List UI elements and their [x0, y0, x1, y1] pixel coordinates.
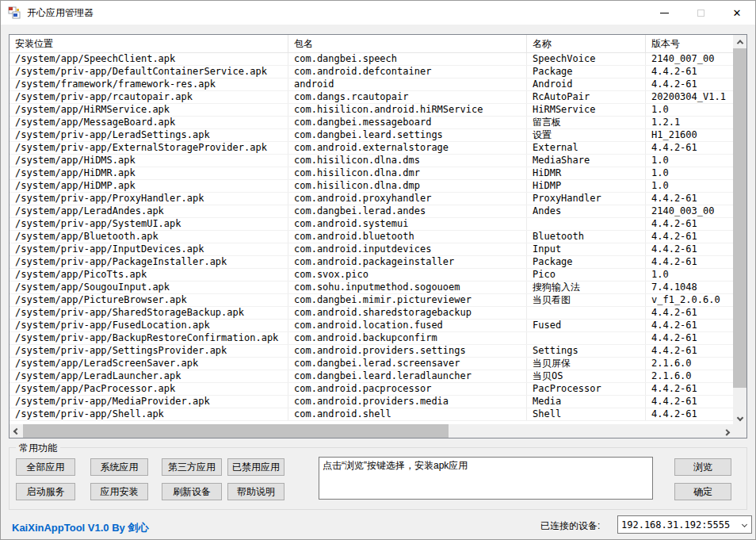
all-apps-button[interactable]: 全部应用 [16, 458, 75, 476]
table-cell: com.android.inputdevices [288, 243, 527, 255]
combobox-dropdown-arrow[interactable] [737, 523, 751, 527]
table-cell: ProxyHandler [527, 193, 646, 205]
table-row[interactable]: /system/app/HiDMP.apkcom.hisilicon.dlna.… [10, 180, 733, 193]
close-button[interactable]: ✕ [719, 1, 755, 25]
apk-path-textbox[interactable]: 点击“浏览”按键选择，安装apk应用 [319, 457, 653, 500]
table-cell: Settings [527, 345, 646, 357]
table-row[interactable]: /system/priv-app/BackupRestoreConfirmati… [10, 332, 733, 345]
table-row[interactable]: /system/priv-app/Shell.apkcom.android.sh… [10, 408, 733, 421]
table-row[interactable]: /system/priv-app/LeradSettings.apkcom.da… [10, 129, 733, 142]
help-button[interactable]: 帮助说明 [227, 483, 284, 500]
table-row[interactable]: /system/app/SougouInput.apkcom.sohu.inpu… [10, 281, 733, 294]
table-cell: 2140_003_00 [646, 205, 733, 217]
scroll-left-button[interactable] [10, 424, 23, 438]
table-row[interactable]: /system/app/SpeechClient.apkcom.dangbei.… [10, 53, 733, 66]
scroll-up-button[interactable] [733, 35, 746, 48]
column-header-version[interactable]: 版本号 [646, 35, 733, 52]
table-row[interactable]: /system/app/PacProcessor.apkcom.android.… [10, 383, 733, 396]
column-header-app-name[interactable]: 名称 [527, 35, 646, 52]
scroll-down-button[interactable] [733, 411, 746, 424]
horizontal-scrollbar[interactable] [10, 424, 733, 438]
table-cell: 设置 [527, 129, 646, 141]
start-service-button[interactable]: 启动服务 [16, 483, 75, 500]
minimize-button[interactable] [646, 1, 682, 25]
table-cell: HiRMService [527, 104, 646, 116]
table-row[interactable]: /system/priv-app/SystemUI.apkcom.android… [10, 218, 733, 231]
column-header-install-location[interactable]: 安装位置 [10, 35, 288, 52]
table-cell: /system/app/SougouInput.apk [10, 281, 288, 293]
table-row[interactable]: /system/priv-app/rcautopair.apkcom.dangs… [10, 91, 733, 104]
horizontal-scroll-thumb[interactable] [23, 424, 449, 438]
table-row[interactable]: /system/priv-app/MediaProvider.apkcom.an… [10, 396, 733, 408]
column-header-package-name[interactable]: 包名 [288, 35, 527, 52]
table-row[interactable]: /system/priv-app/ProxyHandler.apkcom.and… [10, 193, 733, 205]
table-cell: com.dangbei.speech [288, 53, 527, 65]
table-cell: 当贝OS [527, 370, 646, 382]
table-cell: 4.4.2-61 [646, 383, 733, 395]
table-cell: /system/priv-app/MediaProvider.apk [10, 396, 288, 408]
scroll-right-button[interactable] [720, 424, 733, 438]
table-cell: com.android.providers.media [288, 396, 527, 408]
table-cell: 当贝屏保 [527, 358, 646, 370]
table-cell: /system/app/SpeechClient.apk [10, 53, 288, 65]
table-row[interactable]: /system/app/Bluetooth.apkcom.android.blu… [10, 231, 733, 243]
table-cell: /system/priv-app/DefaultContainerService… [10, 66, 288, 78]
table-row[interactable]: /system/priv-app/FusedLocation.apkcom.an… [10, 320, 733, 332]
table-row[interactable]: /system/priv-app/InputDevices.apkcom.and… [10, 243, 733, 256]
table-row[interactable]: /system/app/HiDMR.apkcom.hisilicon.dlna.… [10, 167, 733, 180]
chevron-down-icon [736, 414, 743, 420]
scrollbar-corner [733, 424, 746, 438]
table-cell: 4.4.2-61 [646, 396, 733, 408]
table-row[interactable]: /system/priv-app/DefaultContainerService… [10, 66, 733, 79]
table-row[interactable]: /system/app/LeradScreenSaver.apkcom.dang… [10, 358, 733, 370]
table-cell: /system/framework/framework-res.apk [10, 79, 288, 90]
table-cell: /system/app/Bluetooth.apk [10, 231, 288, 243]
ok-button[interactable]: 确定 [674, 483, 731, 500]
table-row[interactable]: /system/app/LeradLauncher.apkcom.dangbei… [10, 370, 733, 383]
vertical-scrollbar[interactable] [733, 35, 746, 424]
table-cell: com.android.backupconfirm [288, 332, 527, 344]
table-row[interactable]: /system/app/LeradAndes.apkcom.dangbei.le… [10, 205, 733, 218]
table-cell: /system/app/HiDMR.apk [10, 167, 288, 179]
app-install-button[interactable]: 应用安装 [90, 483, 148, 500]
browse-button[interactable]: 浏览 [674, 458, 731, 476]
third-party-apps-button[interactable]: 第三方应用 [162, 458, 222, 476]
table-cell: H1_21600 [646, 129, 733, 141]
table-cell: 4.4.2-61 [646, 408, 733, 420]
table-row[interactable]: /system/app/PictureBrowser.apkcom.dangbe… [10, 294, 733, 307]
table-cell: /system/app/LeradScreenSaver.apk [10, 358, 288, 370]
table-row[interactable]: /system/app/HiDMS.apkcom.hisilicon.dlna.… [10, 155, 733, 167]
table-cell: 4.4.2-61 [646, 79, 733, 90]
table-cell: com.android.packageinstaller [288, 256, 527, 268]
table-cell: Pico [527, 269, 646, 281]
table-cell: com.hisilicon.android.hiRMService [288, 104, 527, 116]
table-cell: /system/app/PacProcessor.apk [10, 383, 288, 395]
table-cell: /system/app/LeradLauncher.apk [10, 370, 288, 382]
table-row[interactable]: /system/app/PicoTts.apkcom.svox.picoPico… [10, 269, 733, 281]
table-row[interactable]: /system/priv-app/ExternalStorageProvider… [10, 142, 733, 155]
device-combobox[interactable]: 192.168.31.192:5555 [617, 515, 752, 534]
disabled-apps-button[interactable]: 已禁用应用 [227, 458, 284, 476]
groupbox-title: 常用功能 [16, 442, 60, 455]
table-row[interactable]: /system/app/HiRMService.apkcom.hisilicon… [10, 104, 733, 117]
table-cell: com.android.proxyhandler [288, 193, 527, 205]
table-cell: /system/app/LeradAndes.apk [10, 205, 288, 217]
table-row[interactable]: /system/framework/framework-res.apkandro… [10, 79, 733, 91]
table-cell: com.android.sharedstoragebackup [288, 307, 527, 319]
maximize-button [682, 1, 719, 25]
vertical-scroll-thumb[interactable] [733, 48, 746, 388]
refresh-device-button[interactable]: 刷新设备 [162, 483, 222, 500]
table-cell: 4.4.2-61 [646, 142, 733, 154]
table-row[interactable]: /system/priv-app/SettingsProvider.apkcom… [10, 345, 733, 358]
table-cell: com.android.pacprocessor [288, 383, 527, 395]
table-row[interactable]: /system/priv-app/PackageInstaller.apkcom… [10, 256, 733, 269]
table-cell: /system/app/HiDMP.apk [10, 180, 288, 192]
table-row[interactable]: /system/app/MessageBoard.apkcom.dangbei.… [10, 117, 733, 129]
table-row[interactable]: /system/priv-app/SharedStorageBackup.apk… [10, 307, 733, 320]
table-cell: PacProcessor [527, 383, 646, 395]
table-cell: Andes [527, 205, 646, 217]
table-cell: 2140_007_00 [646, 53, 733, 65]
table-cell: 1.0 [646, 104, 733, 116]
table-cell: com.svox.pico [288, 269, 527, 281]
system-apps-button[interactable]: 系统应用 [90, 458, 148, 476]
